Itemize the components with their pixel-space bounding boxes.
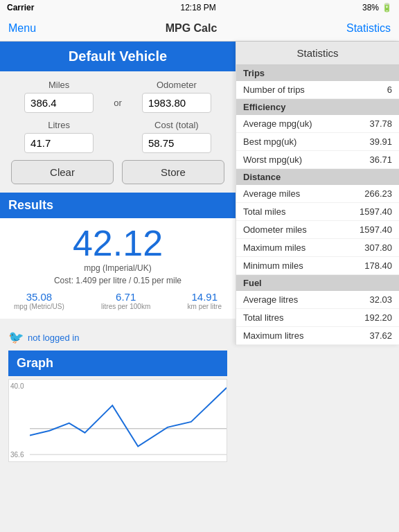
- input-section: Miles or Odometer Litres or Cost (total): [0, 71, 236, 193]
- stats-row: Best mpg(uk) 39.91: [236, 133, 399, 151]
- nav-title: MPG Calc: [166, 22, 218, 35]
- default-vehicle-header: Default Vehicle: [0, 42, 236, 71]
- metric-mpg: 35.08 mpg (Metric/US): [14, 291, 64, 310]
- cost-group: Cost (total): [129, 120, 224, 153]
- status-bar: Carrier 12:18 PM 38% 🔋: [0, 0, 399, 15]
- avg-miles-label: Average miles: [243, 188, 300, 199]
- best-mpg-label: Best mpg(uk): [243, 136, 296, 147]
- stats-row: Average miles 266.23: [236, 185, 399, 203]
- button-row: Clear Store: [11, 160, 224, 184]
- avg-miles-value: 266.23: [364, 188, 392, 199]
- clear-button[interactable]: Clear: [11, 160, 114, 184]
- odometer-input[interactable]: [142, 93, 211, 113]
- left-panel: Default Vehicle Miles or Odometer Litres: [0, 42, 236, 470]
- stats-row: Number of trips 6: [236, 81, 399, 99]
- stats-row: Average mpg(uk) 37.78: [236, 115, 399, 133]
- litres-cost-row: Litres or Cost (total): [11, 120, 224, 153]
- nav-bar: Menu MPG Calc Statistics: [0, 15, 399, 42]
- stats-row: Maximum litres 37.62: [236, 327, 399, 345]
- stats-row: Total litres 192.20: [236, 309, 399, 327]
- twitter-icon: 🐦: [8, 330, 24, 345]
- total-litres-value: 192.20: [364, 312, 392, 323]
- metric-mpg-label: mpg (Metric/US): [14, 303, 64, 310]
- results-body: 42.12 mpg (Imperial/UK) Cost: 1.409 per …: [0, 218, 236, 319]
- cost-input[interactable]: [142, 133, 211, 153]
- graph-y-bottom: 36.6: [10, 451, 24, 459]
- graph-section: Graph 40.0 36.6: [0, 351, 236, 470]
- store-button[interactable]: Store: [122, 160, 224, 184]
- secondary-results: 35.08 mpg (Metric/US) 6.71 litres per 10…: [8, 291, 227, 310]
- worst-mpg-label: Worst mpg(uk): [243, 154, 302, 165]
- avg-litres-value: 32.03: [369, 294, 392, 305]
- results-section: Results 42.12 mpg (Imperial/UK) Cost: 1.…: [0, 193, 236, 319]
- statistics-button[interactable]: Statistics: [346, 22, 391, 35]
- results-header: Results: [0, 193, 236, 218]
- battery-label: 38% 🔋: [362, 3, 392, 12]
- miles-group: Miles: [11, 80, 107, 113]
- max-miles-label: Maximum miles: [243, 242, 305, 253]
- avg-litres-label: Average litres: [243, 294, 298, 305]
- miles-odometer-row: Miles or Odometer: [11, 80, 224, 113]
- worst-mpg-value: 36.71: [369, 154, 392, 165]
- litres-group: Litres: [11, 120, 107, 153]
- graph-svg: [30, 380, 227, 461]
- miles-input[interactable]: [24, 93, 94, 113]
- min-miles-value: 178.40: [364, 260, 392, 271]
- max-litres-label: Maximum litres: [243, 330, 303, 341]
- twitter-status: not logged in: [28, 332, 79, 343]
- max-miles-value: 307.80: [364, 242, 392, 253]
- litres-100km-label: litres per 100km: [101, 303, 150, 310]
- metric-mpg-value: 35.08: [14, 291, 64, 303]
- litres-label: Litres: [48, 120, 70, 130]
- odometer-miles-label: Odometer miles: [243, 224, 307, 235]
- km-per-litre: 14.91 km per litre: [188, 291, 222, 310]
- odometer-label: Odometer: [157, 80, 197, 90]
- odometer-miles-value: 1597.40: [360, 224, 392, 235]
- twitter-bar: 🐦 not logged in: [0, 324, 236, 351]
- cost-label: Cost (total): [154, 120, 199, 130]
- litres-100km: 6.71 litres per 100km: [101, 291, 150, 310]
- miles-label: Miles: [48, 80, 69, 90]
- trips-section-header: Trips: [236, 65, 399, 81]
- total-miles-label: Total miles: [243, 206, 285, 217]
- statistics-tab[interactable]: Statistics: [236, 42, 399, 65]
- time-label: 12:18 PM: [180, 3, 215, 12]
- carrier-label: Carrier: [7, 3, 34, 12]
- graph-header: Graph: [8, 351, 227, 376]
- max-litres-value: 37.62: [369, 330, 392, 341]
- avg-mpg-label: Average mpg(uk): [243, 118, 312, 129]
- statistics-panel: Statistics Trips Number of trips 6 Effic…: [236, 42, 399, 345]
- mpg-unit: mpg (Imperial/UK): [8, 263, 227, 273]
- distance-section-header: Distance: [236, 169, 399, 185]
- graph-container: 40.0 36.6: [8, 379, 227, 462]
- trips-label: Number of trips: [243, 85, 305, 95]
- stats-row: Minimum miles 178.40: [236, 257, 399, 275]
- km-per-litre-value: 14.91: [188, 291, 222, 303]
- fuel-section-header: Fuel: [236, 275, 399, 291]
- mpg-main-value: 42.12: [8, 224, 227, 263]
- stats-row: Worst mpg(uk) 36.71: [236, 151, 399, 169]
- stats-row: Maximum miles 307.80: [236, 239, 399, 257]
- litres-input[interactable]: [24, 133, 94, 153]
- km-per-litre-label: km per litre: [188, 303, 222, 310]
- or-label: or: [114, 98, 122, 108]
- efficiency-section-header: Efficiency: [236, 99, 399, 115]
- graph-y-top: 40.0: [10, 382, 24, 390]
- avg-mpg-value: 37.78: [369, 118, 392, 129]
- best-mpg-value: 39.91: [369, 136, 392, 147]
- odometer-group: Odometer: [129, 80, 224, 113]
- total-miles-value: 1597.40: [360, 206, 392, 217]
- total-litres-label: Total litres: [243, 312, 284, 323]
- cost-info: Cost: 1.409 per litre / 0.15 per mile: [8, 276, 227, 285]
- stats-row: Total miles 1597.40: [236, 203, 399, 221]
- trips-value: 6: [387, 85, 392, 95]
- stats-row: Odometer miles 1597.40: [236, 221, 399, 239]
- menu-button[interactable]: Menu: [8, 22, 36, 35]
- litres-100km-value: 6.71: [101, 291, 150, 303]
- min-miles-label: Minimum miles: [243, 260, 303, 271]
- stats-row: Average litres 32.03: [236, 291, 399, 309]
